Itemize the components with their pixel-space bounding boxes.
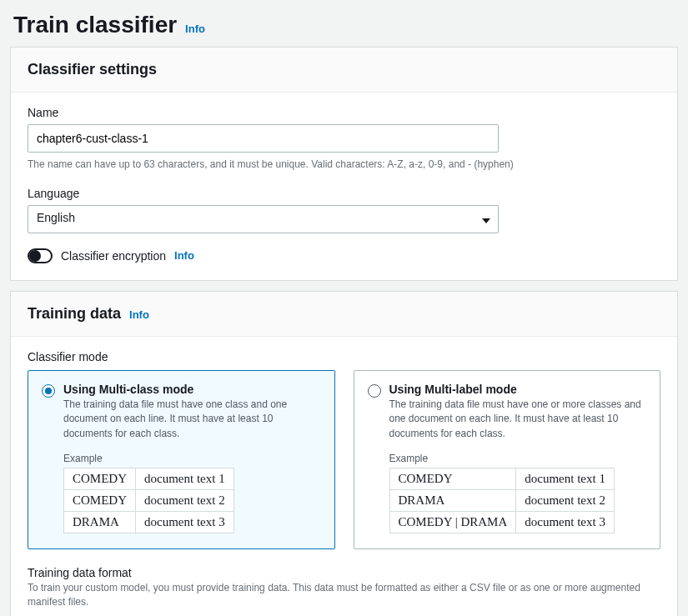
mode-card-multiclass[interactable]: Using Multi-class mode The training data…	[28, 370, 335, 549]
mode-multiclass-desc: The training data file must have one cla…	[63, 398, 321, 441]
name-label: Name	[28, 106, 660, 119]
encryption-info-link[interactable]: Info	[174, 249, 194, 262]
training-format-label: Training data format	[28, 566, 660, 579]
encryption-toggle[interactable]	[28, 248, 53, 263]
multiclass-example-label: Example	[63, 453, 321, 464]
page-title: Train classifier	[13, 12, 177, 38]
name-help-text: The name can have up to 63 characters, a…	[28, 158, 660, 172]
language-select[interactable]: English	[28, 205, 499, 233]
mode-multiclass-title: Using Multi-class mode	[63, 383, 321, 396]
table-row: DRAMAdocument text 3	[64, 511, 234, 533]
language-label: Language	[28, 187, 660, 200]
classifier-settings-panel: Classifier settings Name The name can ha…	[10, 47, 678, 281]
mode-multilabel-title: Using Multi-label mode	[389, 383, 647, 396]
classifier-settings-title: Classifier settings	[28, 61, 157, 78]
multiclass-example-table: COMEDYdocument text 1 COMEDYdocument tex…	[63, 468, 234, 533]
mode-card-multilabel[interactable]: Using Multi-label mode The training data…	[354, 370, 661, 549]
table-row: COMEDYdocument text 1	[64, 468, 234, 489]
table-row: COMEDYdocument text 1	[389, 468, 614, 489]
encryption-label: Classifier encryption	[61, 249, 166, 263]
training-info-link[interactable]: Info	[129, 308, 149, 321]
table-row: COMEDY | DRAMAdocument text 3	[389, 511, 614, 533]
table-row: COMEDYdocument text 2	[64, 489, 234, 511]
multilabel-example-label: Example	[389, 453, 647, 464]
training-format-help: To train your custom model, you must pro…	[28, 581, 660, 609]
radio-multiclass[interactable]	[42, 384, 55, 398]
classifier-mode-label: Classifier mode	[28, 350, 660, 363]
name-input[interactable]	[28, 124, 499, 153]
page-info-link[interactable]: Info	[185, 23, 205, 35]
mode-multilabel-desc: The training data file must have one or …	[389, 398, 647, 441]
radio-multilabel[interactable]	[368, 384, 381, 398]
table-row: DRAMAdocument text 2	[389, 489, 614, 511]
multilabel-example-table: COMEDYdocument text 1 DRAMAdocument text…	[389, 468, 615, 533]
training-data-panel: Training data Info Classifier mode Using…	[10, 291, 678, 616]
training-data-title: Training data	[28, 305, 121, 323]
